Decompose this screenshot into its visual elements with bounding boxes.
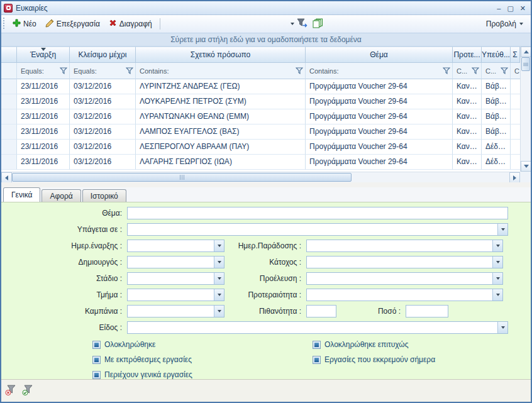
start-date-picker[interactable] [127,240,224,252]
column-header-partial[interactable]: Σ [511,47,520,63]
funnel-icon [443,67,450,74]
window-title: Ευκαιρίες [16,4,497,13]
minimize-icon[interactable]: – [497,4,501,13]
cell-close: 03/12/2016 [70,94,136,109]
tab-concerns[interactable]: Αφορά [42,189,80,202]
apply-filter-icon[interactable] [22,385,34,397]
theme-label: Θέμα: [1,209,127,218]
chevron-down-icon[interactable] [497,224,507,235]
overdue-tasks-label: Με εκπρόθεσμες εργασίες [104,355,192,364]
scroll-right-icon[interactable] [509,172,520,183]
filter-cell-close[interactable]: Equals: [70,63,136,79]
cell-person: ΛΟΥΚΑΡΕΛΗΣ ΠΕΤΡΟΣ (ΣΥΜ) [136,94,306,109]
filter-cell-person[interactable]: Contains: [136,63,306,79]
filter-cell-partial[interactable]: C [511,63,520,79]
table-row[interactable]: 23/11/2016 03/12/2016 ΛΟΥΚΑΡΕΛΗΣ ΠΕΤΡΟΣ … [1,94,520,109]
view-button-label: Προβολή [486,19,516,28]
department-combo[interactable] [127,289,224,301]
scroll-down-icon[interactable] [521,161,531,172]
scroll-up-icon[interactable] [521,47,531,57]
edit-button[interactable]: Επεξεργασία [41,17,104,31]
group-by-panel[interactable]: Σύρετε μια στήλη εδώ για να ομαδοποιήσετ… [1,33,531,47]
horizontal-scrollbar-thumb[interactable] [12,173,352,182]
checkbox-icon[interactable] [92,341,101,349]
holder-label: Κάτοχος : [224,258,306,267]
checkbox-icon[interactable] [313,356,321,364]
parent-combo[interactable] [127,223,508,236]
tab-general[interactable]: Γενικά [3,187,40,202]
status-bar [1,379,531,402]
toolbar-filter-combo[interactable] [163,18,294,30]
general-tab-panel: Θέμα: Υπάγεται σε : Ημερ.έναρξης : Ημερ.… [1,202,531,379]
scroll-left-icon[interactable] [1,172,12,183]
amount-input[interactable] [406,305,448,317]
clear-filter-icon[interactable] [5,385,17,397]
filter-cell-owner[interactable]: C... [482,63,511,79]
table-row[interactable]: 23/11/2016 03/12/2016 ΛΥΡΙΝΤΖΗΣ ΑΝΔΡΕΑΣ … [1,79,520,94]
close-icon[interactable]: ✕ [520,4,526,13]
checkbox-icon[interactable] [313,341,321,349]
tab-history[interactable]: Ιστορικό [82,189,126,202]
edit-filter-button[interactable] [294,16,310,31]
column-header-related-person[interactable]: Σχετικό πρόσωπο [136,47,306,63]
chevron-down-icon[interactable] [492,289,502,301]
cell-close: 03/12/2016 [70,155,136,170]
pending-today-checkbox-group[interactable]: Εργασίες που εκκρεμούν σήμερα [313,355,435,364]
chevron-down-icon[interactable] [497,322,507,333]
table-row[interactable]: 23/11/2016 03/12/2016 ΛΕΣΠΕΡΟΓΛΟΥ ΑΒΡΑΑΜ… [1,140,520,155]
origin-combo[interactable] [306,272,503,285]
priority-combo[interactable] [306,289,503,301]
copy-list-button[interactable] [310,16,326,32]
column-header-priority[interactable]: Προτε... [453,47,482,63]
table-row[interactable]: 23/11/2016 03/12/2016 ΛΥΡΑΝΤΩΝΑΚΗ ΘΕΑΝΩ … [1,109,520,124]
chevron-down-icon[interactable] [214,273,224,284]
table-row[interactable]: 23/11/2016 03/12/2016 ΛΑΜΠΟΣ ΕΥΑΓΓΕΛΟΣ (… [1,124,520,140]
column-header-owner[interactable]: Υπεύθ... [482,47,511,63]
horizontal-scrollbar[interactable] [1,172,520,182]
holder-combo[interactable] [306,256,503,268]
maximize-icon[interactable]: ▢ [507,4,513,13]
chevron-down-icon[interactable] [214,306,224,317]
view-dropdown-button[interactable]: Προβολή [482,18,527,30]
vertical-scrollbar-thumb[interactable] [521,57,530,71]
origin-label: Προέλευση : [224,274,306,283]
general-tasks-label: Περιέχουν γενικά εργασίες [104,370,192,379]
cell-subject: Προγράμματα Voucher 29-64 [306,109,453,124]
delivery-date-picker[interactable] [306,240,503,252]
vertical-scrollbar[interactable] [520,47,531,172]
cell-partial [511,109,520,124]
chevron-down-icon[interactable] [214,257,224,268]
filter-cell-start[interactable]: Equals: [17,63,70,79]
stage-combo[interactable] [127,272,224,285]
chevron-down-icon[interactable] [214,240,224,251]
cell-start: 23/11/2016 [17,140,70,155]
probability-input[interactable] [306,305,336,317]
splitter-handle[interactable] [1,182,531,187]
general-tasks-checkbox-group[interactable]: Περιέχουν γενικά εργασίες [92,370,313,379]
chevron-down-icon[interactable] [214,289,224,301]
completed-successfully-checkbox-group[interactable]: Ολοκληρώθηκε επιτυχώς [313,340,408,349]
campaign-combo[interactable] [127,305,224,317]
checkbox-icon[interactable] [92,356,101,364]
column-header-close-until[interactable]: Κλείσιμο μέχρι [70,47,136,63]
cell-subject: Προγράμματα Voucher 29-64 [306,140,453,155]
theme-input[interactable] [127,207,508,219]
column-header-start[interactable]: Έναρξη [17,47,70,63]
new-button[interactable]: Νέο [8,17,41,31]
filter-cell-subject[interactable]: Contains: [306,63,453,79]
chevron-down-icon[interactable] [492,240,502,251]
filter-cell-priority[interactable]: C... [453,63,482,79]
chevron-down-icon[interactable] [492,257,502,268]
overdue-tasks-checkbox-group[interactable]: Με εκπρόθεσμες εργασίες [92,355,313,364]
chevron-down-icon[interactable] [492,273,502,284]
delete-button[interactable]: Διαγραφή [104,17,157,31]
creator-combo[interactable] [127,256,224,268]
funnel-icon [472,67,479,74]
kind-combo[interactable] [127,321,508,334]
table-row[interactable]: 23/11/2016 03/12/2016 ΛΑΓΑΡΗΣ ΓΕΩΡΓΙΟΣ (… [1,155,520,170]
row-indicator [1,124,17,140]
column-header-subject[interactable]: Θέμα [306,47,453,63]
checkbox-icon[interactable] [92,371,101,379]
toolbar-grip-handle[interactable] [3,18,6,30]
completed-checkbox-group[interactable]: Ολοκληρώθηκε [92,340,313,349]
